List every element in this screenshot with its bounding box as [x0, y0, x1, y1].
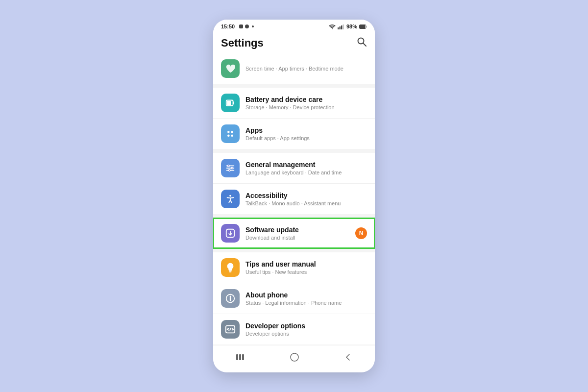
- svg-point-29: [230, 296, 231, 297]
- recent-icon: [235, 353, 245, 361]
- home-button[interactable]: [282, 350, 307, 367]
- svg-point-1: [245, 24, 249, 28]
- svg-rect-32: [239, 354, 241, 360]
- about-phone-title: About phone: [245, 291, 367, 299]
- wifi-icon: [329, 24, 336, 29]
- battery-icon-svg: [225, 98, 236, 108]
- accessibility-text: Accessibility TalkBack · Mono audio · As…: [245, 192, 367, 206]
- developer-options-text: Developer options Developer options: [245, 322, 367, 337]
- svg-point-20: [228, 165, 230, 167]
- settings-item-general-management[interactable]: General management Language and keyboard…: [213, 153, 375, 184]
- settings-item-about-phone[interactable]: About phone Status · Legal information ·…: [213, 283, 375, 314]
- settings-item-battery[interactable]: Battery and device care Storage · Memory…: [213, 88, 375, 119]
- developer-options-subtitle: Developer options: [245, 331, 367, 337]
- about-phone-icon: [221, 289, 240, 308]
- svg-rect-26: [229, 271, 232, 272]
- svg-point-22: [228, 170, 230, 172]
- battery-icon: [359, 24, 367, 29]
- settings-item-developer-options[interactable]: Developer options Developer options: [213, 314, 375, 344]
- battery-level: 98%: [346, 24, 357, 29]
- apps-text: Apps Default apps · App settings: [245, 126, 367, 141]
- settings-item-digital-wellbeing[interactable]: Screen time · App timers · Bedtime mode: [213, 53, 375, 84]
- software-update-title: Software update: [245, 226, 355, 234]
- digital-wellbeing-subtitle: Screen time · App timers · Bedtime mode: [245, 66, 367, 72]
- general-management-icon-svg: [225, 163, 236, 173]
- software-update-icon: [221, 224, 240, 243]
- notification-badge: N: [355, 227, 367, 239]
- software-update-text: Software update Download and install: [245, 226, 355, 241]
- digital-wellbeing-icon: [221, 59, 240, 78]
- settings-group-1: Screen time · App timers · Bedtime mode: [213, 53, 375, 84]
- settings-item-tips[interactable]: Tips and user manual Useful tips · New f…: [213, 252, 375, 283]
- settings-item-software-update[interactable]: Software update Download and install N: [213, 218, 375, 248]
- svg-point-14: [231, 131, 233, 133]
- developer-options-title: Developer options: [245, 322, 367, 330]
- svg-rect-33: [242, 354, 244, 360]
- svg-rect-0: [239, 24, 243, 28]
- svg-rect-8: [360, 25, 365, 28]
- software-update-subtitle: Download and install: [245, 235, 355, 241]
- developer-options-icon: [221, 320, 240, 339]
- apps-title: Apps: [245, 126, 367, 134]
- tips-icon-svg: [225, 262, 236, 273]
- svg-line-10: [363, 43, 366, 46]
- svg-rect-34: [291, 353, 298, 361]
- svg-point-13: [227, 131, 230, 133]
- svg-point-15: [227, 134, 230, 137]
- settings-item-apps[interactable]: Apps Default apps · App settings: [213, 119, 375, 149]
- phone-frame: 15:50 98%: [213, 20, 375, 372]
- status-right-icons: 98%: [329, 24, 367, 29]
- apps-icon: [221, 124, 240, 143]
- notification-icons: [239, 24, 255, 29]
- svg-rect-12: [227, 101, 231, 105]
- time-display: 15:50: [221, 24, 235, 29]
- general-management-icon: [221, 159, 240, 177]
- digital-wellbeing-text: Screen time · App timers · Bedtime mode: [245, 66, 367, 72]
- wellbeing-icon-svg: [225, 63, 236, 74]
- accessibility-icon: [221, 190, 240, 208]
- back-button[interactable]: [336, 351, 361, 366]
- settings-header: Settings: [213, 31, 375, 53]
- general-management-subtitle: Language and keyboard · Date and time: [245, 170, 367, 175]
- accessibility-title: Accessibility: [245, 192, 367, 199]
- svg-point-2: [252, 25, 254, 27]
- notif-icon-3: [250, 24, 255, 29]
- recent-apps-button[interactable]: [227, 351, 253, 366]
- svg-rect-4: [339, 26, 341, 29]
- apps-subtitle: Default apps · App settings: [245, 135, 367, 141]
- about-phone-icon-svg: [225, 293, 236, 304]
- tips-text: Tips and user manual Useful tips · New f…: [245, 260, 367, 275]
- svg-rect-5: [341, 25, 343, 29]
- svg-point-16: [231, 134, 233, 137]
- settings-group-2: Battery and device care Storage · Memory…: [213, 88, 375, 149]
- svg-rect-31: [236, 354, 238, 360]
- svg-rect-3: [338, 27, 339, 29]
- settings-item-accessibility[interactable]: Accessibility TalkBack · Mono audio · As…: [213, 184, 375, 214]
- accessibility-icon-svg: [225, 194, 236, 204]
- status-bar: 15:50 98%: [213, 20, 375, 31]
- svg-rect-6: [343, 24, 344, 29]
- tips-icon: [221, 258, 240, 277]
- home-icon: [290, 352, 299, 362]
- battery-text: Battery and device care Storage · Memory…: [245, 96, 367, 110]
- search-icon: [356, 36, 367, 47]
- battery-subtitle: Storage · Memory · Device protection: [245, 104, 367, 110]
- apps-icon-svg: [225, 128, 236, 139]
- svg-rect-25: [229, 270, 232, 271]
- svg-point-21: [231, 167, 233, 169]
- settings-group-3: General management Language and keyboard…: [213, 153, 375, 214]
- tips-title: Tips and user manual: [245, 260, 367, 268]
- settings-list: Screen time · App timers · Bedtime mode …: [213, 53, 375, 345]
- battery-device-icon: [221, 94, 240, 112]
- settings-group-5: Tips and user manual Useful tips · New f…: [213, 252, 375, 344]
- battery-title: Battery and device care: [245, 96, 367, 103]
- about-phone-text: About phone Status · Legal information ·…: [245, 291, 367, 306]
- general-management-title: General management: [245, 161, 367, 169]
- tips-subtitle: Useful tips · New features: [245, 269, 367, 275]
- notif-icon-2: [245, 24, 249, 29]
- back-icon: [344, 353, 353, 361]
- svg-point-23: [229, 195, 231, 197]
- bottom-nav: [213, 345, 375, 372]
- search-button[interactable]: [356, 36, 367, 49]
- settings-group-4: Software update Download and install N: [213, 218, 375, 248]
